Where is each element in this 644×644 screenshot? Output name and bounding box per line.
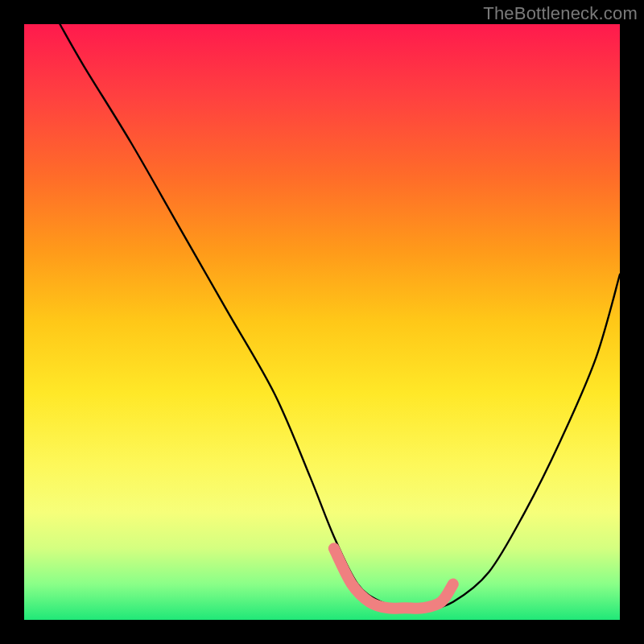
series-highlight xyxy=(334,548,453,609)
plot-area xyxy=(24,24,620,620)
chart-frame: TheBottleneck.com xyxy=(0,0,644,644)
watermark-label: TheBottleneck.com xyxy=(483,3,638,24)
series-curve xyxy=(60,24,620,609)
chart-svg xyxy=(24,24,620,620)
